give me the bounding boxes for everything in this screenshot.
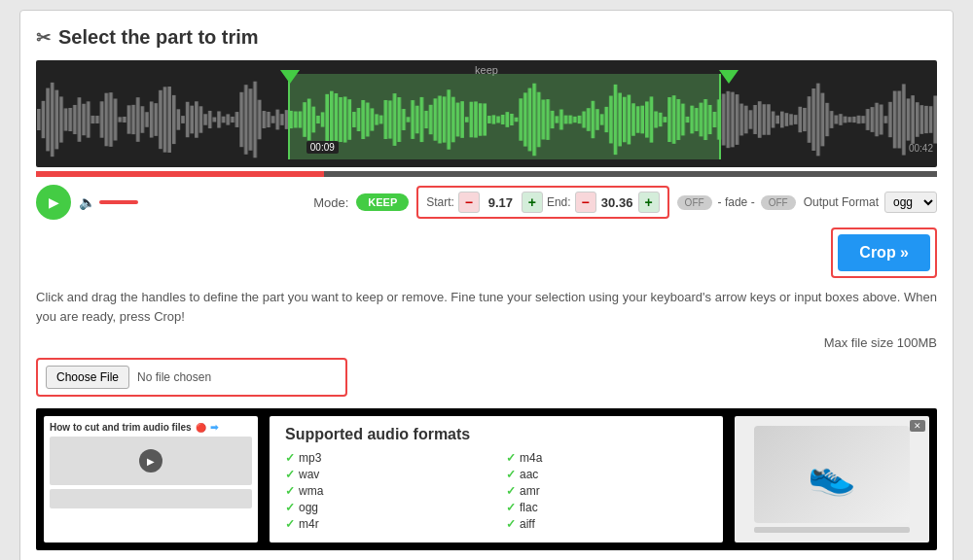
format-m4a: ✓ m4a <box>506 451 707 465</box>
crop-button[interactable]: Crop » <box>838 234 930 271</box>
fade-in-toggle[interactable]: OFF <box>677 195 712 210</box>
ad-section: ✕ 👟 <box>735 416 929 542</box>
start-plus-button[interactable]: + <box>522 192 543 213</box>
progress-fill <box>36 171 324 177</box>
format-group: Output Format ogg mp3 wav flac <box>804 192 937 213</box>
video-play-button[interactable]: ▶ <box>139 449 162 472</box>
video-thumb: How to cut and trim audio files 🔴 ➡ ▶ <box>44 416 258 542</box>
format-aac: ✓ aac <box>506 468 707 481</box>
end-minus-button[interactable]: − <box>575 192 596 213</box>
mode-toggle[interactable]: KEEP <box>356 193 409 211</box>
format-mp3: ✓ mp3 <box>285 451 486 465</box>
format-amr: ✓ amr <box>506 484 707 498</box>
video-controls-bar <box>50 489 252 508</box>
main-container: ✂ Select the part to trim keep 00:09 00:… <box>19 10 954 560</box>
max-file-size: Max file size 100MB <box>36 335 937 350</box>
play-button[interactable]: ▶ <box>36 185 71 220</box>
fade-label: - fade - <box>718 195 755 209</box>
video-thumb-title: How to cut and trim audio files 🔴 ➡ <box>50 422 252 433</box>
waveform-container[interactable]: keep 00:09 00:42 <box>36 60 937 167</box>
volume-icon: 🔈 <box>79 194 95 210</box>
start-value: 9.17 <box>484 195 518 210</box>
formats-title: Supported audio formats <box>285 426 707 443</box>
selection-overlay[interactable] <box>288 74 720 159</box>
end-time-marker: 00:42 <box>909 143 933 154</box>
choose-file-button[interactable]: Choose File <box>46 366 129 389</box>
format-wav: ✓ wav <box>285 468 486 481</box>
video-waveform[interactable]: ▶ <box>50 437 252 485</box>
crop-button-wrapper: Crop » <box>831 228 937 278</box>
end-value: 30.36 <box>600 195 634 210</box>
formats-grid: ✓ mp3 ✓ m4a ✓ wav ✓ aac ✓ wma ✓ amr ✓ og… <box>285 451 707 531</box>
format-m4r: ✓ m4r <box>285 517 486 531</box>
end-label: End: <box>547 195 571 209</box>
arrow-icon: ➡ <box>210 422 218 433</box>
start-label: Start: <box>426 195 454 209</box>
page-title-row: ✂ Select the part to trim <box>36 26 937 49</box>
trim-icon: ✂ <box>36 27 51 49</box>
start-minus-button[interactable]: − <box>458 192 480 213</box>
ad-close-button[interactable]: ✕ <box>910 420 925 432</box>
no-file-text: No file chosen <box>137 370 211 384</box>
instructions: Click and drag the handles to define the… <box>36 288 937 326</box>
current-time-marker: 00:09 <box>306 141 339 154</box>
file-chooser-row: Choose File No file chosen <box>36 358 347 397</box>
fade-out-toggle[interactable]: OFF <box>761 195 796 210</box>
live-badge: 🔴 <box>196 423 206 433</box>
end-plus-button[interactable]: + <box>638 192 660 213</box>
start-end-group: Start: − 9.17 + End: − 30.36 + <box>416 186 668 219</box>
volume-bar[interactable] <box>99 200 138 204</box>
formats-section: Supported audio formats ✓ mp3 ✓ m4a ✓ wa… <box>270 416 723 542</box>
format-ogg: ✓ ogg <box>285 501 486 514</box>
format-aiff: ✓ aiff <box>506 517 707 531</box>
handle-right[interactable] <box>719 70 739 84</box>
ad-image: 👟 <box>754 426 910 523</box>
ad-bar <box>754 527 910 533</box>
handle-left[interactable] <box>280 70 300 84</box>
format-select[interactable]: ogg mp3 wav flac <box>884 192 937 213</box>
progress-bar[interactable] <box>36 171 937 177</box>
format-label: Output Format <box>804 195 879 209</box>
bottom-row: How to cut and trim audio files 🔴 ➡ ▶ Su… <box>36 408 937 550</box>
format-wma: ✓ wma <box>285 484 486 498</box>
format-flac: ✓ flac <box>506 501 707 514</box>
fade-group: OFF - fade - OFF <box>677 195 796 210</box>
mode-label: Mode: <box>313 195 348 210</box>
page-title: Select the part to trim <box>58 26 259 49</box>
